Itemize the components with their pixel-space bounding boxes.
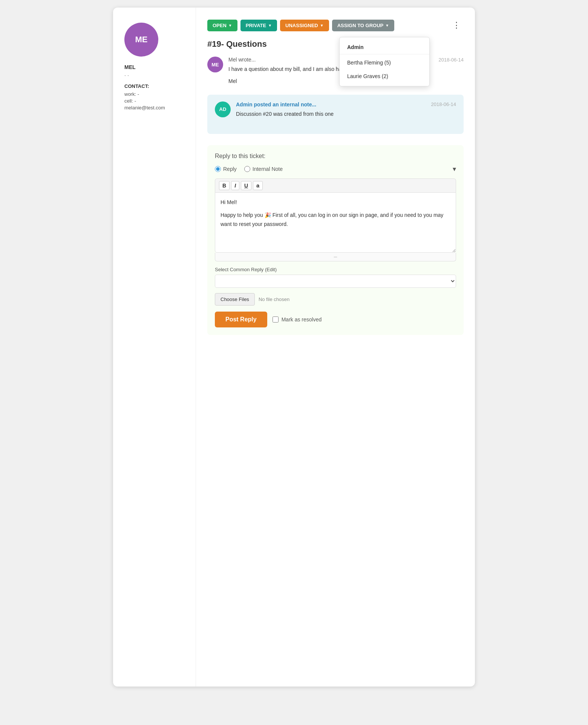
message-1-avatar-initials: ME: [211, 62, 219, 68]
reply-tabs: Reply Internal Note ▾: [215, 165, 456, 173]
common-reply-select[interactable]: [215, 275, 456, 288]
choose-files-button[interactable]: Choose Files: [215, 293, 255, 306]
unassigned-caret-icon: ▼: [320, 23, 324, 28]
unassigned-label: UNASSIGNED: [285, 23, 318, 28]
internal-note-avatar: AD: [215, 101, 231, 117]
unassigned-button[interactable]: UNASSIGNED ▼: [280, 20, 329, 31]
strikethrough-button[interactable]: a: [253, 181, 263, 190]
assign-dropdown: Admin Bertha Fleming (5) Laurie Graves (…: [339, 37, 430, 86]
internal-note-block: AD Admin posted an internal note... 2018…: [207, 95, 464, 134]
message-1-date: 2018-06-14: [439, 57, 464, 63]
ticket-toolbar: OPEN ▼ PRIVATE ▼ UNASSIGNED ▼ ASSIGN TO …: [207, 19, 464, 32]
dropdown-item-laurie[interactable]: Laurie Graves (2): [340, 69, 429, 83]
internal-note-text: Discussion #20 was created from this one: [236, 110, 456, 118]
dropdown-item-bertha[interactable]: Bertha Fleming (5): [340, 56, 429, 69]
more-options-button[interactable]: ⋮: [449, 19, 464, 32]
mark-resolved-text: Mark as resolved: [282, 316, 322, 323]
internal-note-avatar-initials: AD: [219, 106, 227, 112]
editor-resize-handle: ═: [215, 253, 456, 261]
collapse-button[interactable]: ▾: [453, 165, 456, 173]
internal-note-message: AD Admin posted an internal note... 2018…: [215, 101, 456, 118]
assign-group-button[interactable]: ASSIGN TO GROUP ▼: [332, 20, 394, 31]
internal-note-body: Admin posted an internal note... 2018-06…: [236, 101, 456, 118]
sidebar-cell: cell: -: [124, 98, 188, 104]
post-reply-button[interactable]: Post Reply: [215, 312, 267, 327]
message-1-author[interactable]: Mel wrote...: [228, 57, 256, 63]
main-content: OPEN ▼ PRIVATE ▼ UNASSIGNED ▼ ASSIGN TO …: [196, 8, 475, 687]
dropdown-admin-header[interactable]: Admin: [340, 40, 429, 54]
internal-note-tab-label: Internal Note: [253, 166, 283, 172]
internal-note-author[interactable]: Admin posted an internal note...: [236, 101, 316, 108]
underline-button[interactable]: U: [241, 181, 251, 190]
reply-editor[interactable]: Hi Mel! Happy to help you 🎉 First of all…: [215, 192, 456, 253]
reply-title: Reply to this ticket:: [215, 153, 456, 160]
mark-resolved-label[interactable]: Mark as resolved: [273, 316, 322, 323]
tab-internal-note[interactable]: Internal Note: [244, 166, 283, 172]
open-caret-icon: ▼: [228, 23, 232, 28]
assign-group-caret-icon: ▼: [385, 23, 389, 28]
page-container: ME MEL - - CONTACT: work: - cell: - mela…: [113, 8, 475, 687]
sidebar-dash: - -: [124, 72, 188, 78]
bold-button[interactable]: B: [219, 181, 230, 190]
assign-group-label: ASSIGN TO GROUP: [337, 23, 384, 28]
common-reply-label: Select Common Reply (Edit): [215, 267, 456, 272]
private-button[interactable]: PRIVATE ▼: [240, 20, 277, 31]
private-label: PRIVATE: [246, 23, 266, 28]
internal-note-header: Admin posted an internal note... 2018-06…: [236, 101, 456, 108]
tab-reply[interactable]: Reply: [215, 166, 237, 172]
reply-tab-label: Reply: [223, 166, 237, 172]
sidebar-email: melanie@test.com: [124, 105, 188, 111]
editor-toolbar: B I U a: [215, 178, 456, 192]
internal-note-date: 2018-06-14: [431, 101, 456, 107]
sidebar-contact-label: CONTACT:: [124, 83, 188, 89]
post-reply-row: Post Reply Mark as resolved: [215, 312, 456, 327]
avatar-initials: ME: [135, 35, 148, 45]
mark-resolved-checkbox[interactable]: [273, 316, 279, 323]
reply-section: Reply to this ticket: Reply Internal Not…: [207, 145, 464, 335]
internal-note-radio[interactable]: [244, 166, 250, 172]
avatar: ME: [124, 23, 158, 57]
sidebar: ME MEL - - CONTACT: work: - cell: - mela…: [113, 8, 196, 687]
editor-line2: Happy to help you 🎉 First of all, you ca…: [220, 211, 450, 229]
no-file-label: No file chosen: [259, 296, 289, 302]
italic-button[interactable]: I: [231, 181, 239, 190]
private-caret-icon: ▼: [268, 23, 272, 28]
message-1-avatar: ME: [207, 57, 223, 72]
sidebar-user-name: MEL: [124, 64, 188, 70]
more-icon: ⋮: [452, 20, 461, 30]
open-button[interactable]: OPEN ▼: [207, 20, 237, 31]
editor-line1: Hi Mel!: [220, 198, 450, 207]
reply-radio[interactable]: [215, 166, 221, 172]
sidebar-work: work: -: [124, 91, 188, 97]
file-row: Choose Files No file chosen: [215, 293, 456, 306]
open-label: OPEN: [213, 23, 227, 28]
